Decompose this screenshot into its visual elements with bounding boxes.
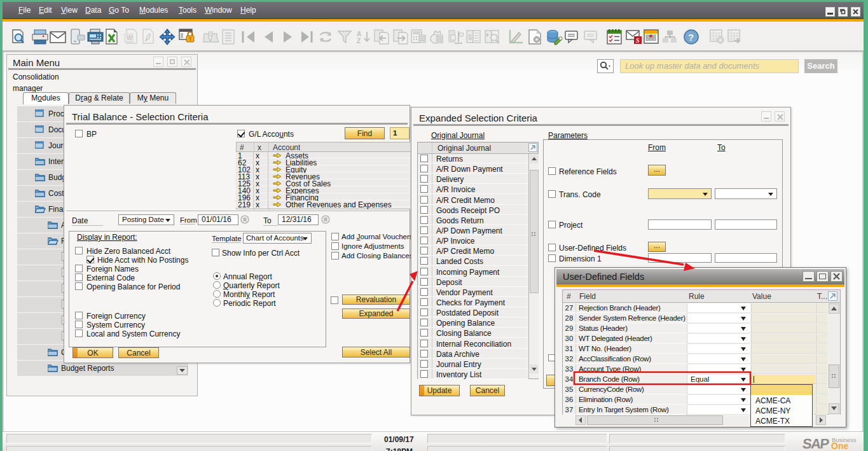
svg-text:One: One <box>831 441 848 451</box>
svg-text:Z: Z <box>357 38 361 45</box>
svg-text:SAP: SAP <box>802 436 830 451</box>
svg-text:S: S <box>636 37 640 44</box>
svg-text:$: $ <box>468 33 472 41</box>
svg-text:?: ? <box>688 32 694 43</box>
svg-text:A: A <box>357 31 361 38</box>
svg-text:W: W <box>127 34 133 41</box>
svg-text:T: T <box>189 37 192 41</box>
